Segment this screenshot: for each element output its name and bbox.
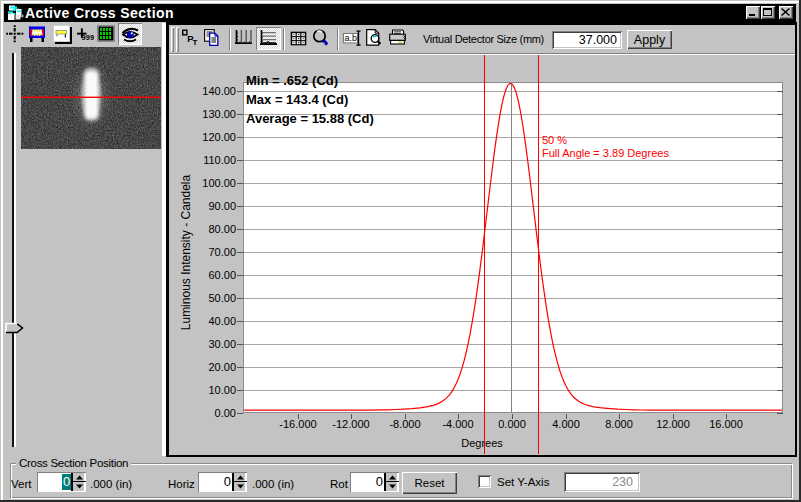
svg-text:999: 999 [82, 33, 94, 42]
svg-text:T: T [193, 38, 198, 46]
svg-text:a.b: a.b [345, 33, 358, 43]
